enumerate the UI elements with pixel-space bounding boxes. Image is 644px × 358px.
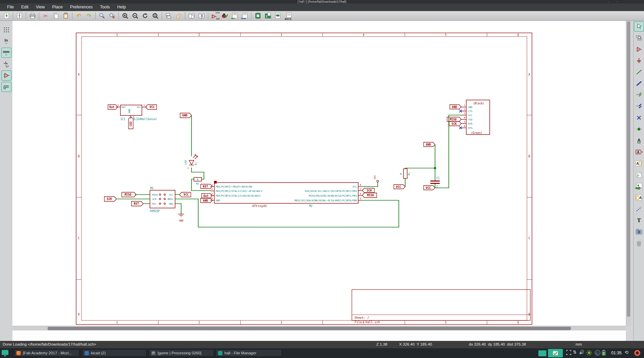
cut-button[interactable]: ✂ bbox=[41, 11, 51, 20]
vertical-scrollbar-thumb[interactable] bbox=[627, 21, 630, 317]
units-mm-button[interactable]: mm ↔ bbox=[1, 48, 11, 58]
zoom-redraw-button[interactable] bbox=[140, 11, 150, 20]
print-button[interactable] bbox=[28, 11, 38, 20]
page-settings-button[interactable] bbox=[14, 11, 24, 20]
place-power-port-button[interactable] bbox=[634, 56, 644, 66]
place-net-label-button[interactable]: A bbox=[634, 136, 644, 146]
clipboard-tray-icon[interactable] bbox=[566, 350, 571, 355]
place-graphic-line-button[interactable] bbox=[634, 204, 644, 214]
svg-text:MISO: MISO bbox=[367, 194, 374, 197]
place-component-button[interactable]: + bbox=[634, 44, 644, 54]
footprint-editor-button[interactable] bbox=[273, 11, 283, 20]
kicad-tray-icon bbox=[552, 351, 558, 356]
svg-text:AL324HallSensor: AL324HallSensor bbox=[133, 118, 157, 121]
hierarchy-navigator-button[interactable] bbox=[163, 11, 173, 20]
horizontal-scrollbar[interactable] bbox=[12, 326, 626, 331]
taskbar-window-kicad[interactable]: kicad (2) bbox=[82, 349, 147, 357]
units-inch-button[interactable]: In ↔ bbox=[1, 36, 11, 46]
svg-text:2: 2 bbox=[117, 104, 119, 107]
menu-edit[interactable]: Edit bbox=[17, 3, 32, 11]
place-bitmap-button[interactable] bbox=[634, 227, 644, 237]
leave-sheet-button[interactable] bbox=[173, 11, 183, 20]
bom-button[interactable]: BOM bbox=[240, 11, 250, 20]
active-app-tray-button[interactable] bbox=[548, 349, 563, 357]
svg-text:R: R bbox=[399, 173, 402, 174]
shutdown-icon[interactable] bbox=[634, 350, 641, 356]
place-hierarchical-sheet-button[interactable] bbox=[634, 170, 644, 180]
svg-text:A: A bbox=[637, 184, 639, 187]
app-launcher-icon[interactable] bbox=[1, 350, 9, 357]
no-connect-button[interactable] bbox=[634, 113, 644, 123]
save-button[interactable] bbox=[1, 11, 11, 20]
erc-button[interactable] bbox=[220, 11, 230, 20]
session-refresh-icon[interactable]: ⟲ bbox=[625, 350, 629, 355]
taskbar-window-firefox[interactable]: [Fab Academy 2017 - Mozi... bbox=[14, 349, 79, 357]
menu-view[interactable]: View bbox=[32, 3, 49, 11]
copy-button[interactable] bbox=[51, 11, 61, 20]
annotate-button[interactable]: U?A 123 bbox=[210, 11, 220, 20]
library-browser-button[interactable] bbox=[197, 11, 207, 20]
svg-text:3: 3 bbox=[464, 112, 465, 115]
svg-text:File: hall.sch: File: hall.sch bbox=[355, 320, 380, 324]
select-tool-button[interactable] bbox=[634, 21, 644, 32]
run-cvpcb-button[interactable] bbox=[253, 11, 263, 20]
network-arrows-icon[interactable]: ⇅ bbox=[573, 350, 577, 355]
find-replace-button[interactable] bbox=[107, 11, 117, 20]
import-sheet-pin-button[interactable]: A bbox=[634, 181, 644, 191]
horizontal-scrollbar-thumb[interactable] bbox=[48, 327, 571, 330]
svg-text:ATtiny45: ATtiny45 bbox=[252, 204, 267, 208]
delete-tool-button[interactable] bbox=[634, 238, 644, 248]
menu-place[interactable]: Place bbox=[49, 3, 66, 11]
workspace-pager-icon[interactable] bbox=[538, 350, 546, 356]
clock: 01:35 bbox=[611, 351, 622, 355]
schematic-canvas[interactable]: 112233445566AABBCCDDSheet: /File: hall.s… bbox=[12, 21, 626, 326]
bus-to-bus-entry-button[interactable] bbox=[634, 101, 644, 111]
library-editor-button[interactable] bbox=[186, 11, 197, 20]
svg-text:5: 5 bbox=[464, 120, 465, 123]
zoom-out-button[interactable] bbox=[130, 11, 140, 20]
wire-to-bus-entry-button[interactable] bbox=[634, 90, 644, 100]
cursor-shape-button[interactable] bbox=[1, 59, 11, 69]
vertical-scrollbar[interactable] bbox=[626, 21, 631, 326]
netlist-button[interactable]: NET bbox=[230, 11, 240, 20]
menu-help[interactable]: Help bbox=[113, 3, 129, 11]
status-cursor-position: X 326.40 Y 185.40 bbox=[399, 342, 432, 346]
undo-button[interactable]: ↶ bbox=[74, 11, 84, 20]
taskbar-window-label: kicad (2) bbox=[91, 351, 106, 355]
svg-text:MOSI: MOSI bbox=[168, 198, 173, 201]
hidden-pins-button[interactable]: + bbox=[1, 70, 11, 81]
redo-button[interactable]: ↷ bbox=[84, 11, 94, 20]
settings-burst-icon[interactable] bbox=[586, 350, 592, 356]
place-sheet-pin-button[interactable]: A bbox=[634, 193, 644, 203]
menu-preferences[interactable]: Preferences bbox=[66, 3, 96, 11]
taskbar-window-processing[interactable]: P [game | Processing 0260] bbox=[149, 349, 214, 357]
place-wire-button[interactable] bbox=[634, 67, 644, 77]
place-bus-button[interactable] bbox=[634, 79, 644, 89]
grid-toggle-button[interactable] bbox=[1, 25, 11, 35]
svg-text:D: D bbox=[78, 313, 80, 316]
back-annotate-button[interactable]: BACK bbox=[283, 11, 295, 20]
place-hierarchical-label-button[interactable]: A bbox=[634, 158, 644, 168]
orthogonal-mode-button[interactable] bbox=[1, 82, 11, 92]
battery-icon[interactable] bbox=[602, 350, 606, 356]
toolbar-separator bbox=[72, 12, 72, 19]
run-pcbnew-button[interactable] bbox=[263, 11, 273, 20]
place-text-button[interactable]: T bbox=[634, 215, 644, 225]
inch-arrow-icon: ↔ bbox=[5, 42, 8, 44]
hierarchy-explore-button[interactable] bbox=[634, 33, 644, 43]
svg-text:A: A bbox=[529, 73, 530, 76]
volume-icon[interactable]: 🔊 bbox=[579, 350, 584, 355]
menu-tools[interactable]: Tools bbox=[96, 3, 113, 11]
taskbar-window-filemanager[interactable]: hall - File Manager bbox=[216, 349, 282, 357]
menu-file[interactable]: File bbox=[3, 3, 17, 11]
svg-text:Sheet: /: Sheet: / bbox=[355, 316, 369, 319]
zoom-fit-button[interactable] bbox=[150, 11, 160, 20]
find-button[interactable] bbox=[97, 11, 107, 20]
place-global-label-button[interactable]: A bbox=[634, 147, 644, 157]
zoom-in-button[interactable] bbox=[120, 11, 130, 20]
paste-button[interactable] bbox=[61, 11, 71, 20]
terminal-tray-icon[interactable]: >_ bbox=[595, 350, 600, 356]
place-junction-button[interactable] bbox=[634, 124, 644, 134]
svg-text:MISO: MISO bbox=[124, 193, 131, 196]
window-controls[interactable]: – ▫ bbox=[608, 0, 621, 3]
